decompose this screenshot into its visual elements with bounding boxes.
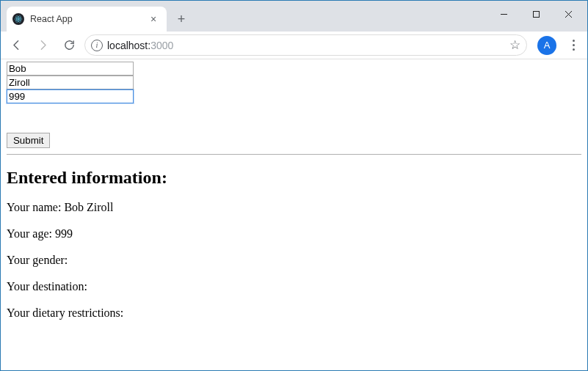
- forward-button[interactable]: [32, 34, 54, 56]
- window-controls: [487, 1, 587, 32]
- react-favicon-icon: [12, 13, 24, 25]
- address-bar[interactable]: i localhost:3000 ☆: [84, 34, 527, 56]
- window-maximize-button[interactable]: [520, 4, 552, 24]
- age-input[interactable]: [7, 89, 134, 103]
- gender-label: Your gender:: [7, 254, 68, 266]
- svg-rect-5: [533, 11, 539, 17]
- url-port: 3000: [150, 40, 173, 51]
- name-value: Bob Ziroll: [64, 201, 113, 213]
- output-gender: Your gender:: [7, 254, 581, 267]
- submit-button[interactable]: Submit: [7, 133, 50, 148]
- window-close-button[interactable]: [552, 4, 584, 24]
- browser-menu-button[interactable]: [564, 40, 583, 51]
- tab-strip: React App × +: [7, 1, 192, 32]
- first-name-input[interactable]: [7, 62, 134, 76]
- diet-label: Your dietary restrictions:: [7, 306, 123, 319]
- reload-button[interactable]: [58, 34, 80, 56]
- url-text: localhost:3000: [107, 40, 505, 51]
- new-tab-button[interactable]: +: [171, 9, 192, 29]
- age-label: Your age:: [7, 227, 55, 240]
- page-content: Submit Entered information: Your name: B…: [1, 59, 587, 339]
- output-destination: Your destination:: [7, 280, 581, 293]
- url-host: localhost:: [107, 40, 150, 51]
- svg-point-0: [18, 18, 19, 20]
- close-tab-icon[interactable]: ×: [148, 14, 159, 24]
- output-name: Your name: Bob Ziroll: [7, 201, 581, 214]
- site-info-icon[interactable]: i: [91, 40, 103, 51]
- window-minimize-button[interactable]: [487, 4, 520, 24]
- avatar-initial: A: [544, 40, 551, 51]
- divider: [7, 154, 581, 155]
- window-titlebar: React App × +: [1, 1, 587, 32]
- back-button[interactable]: [5, 34, 27, 56]
- last-name-input[interactable]: [7, 76, 134, 89]
- bookmark-star-icon[interactable]: ☆: [509, 37, 520, 53]
- name-label: Your name:: [7, 201, 64, 213]
- age-value: 999: [55, 227, 73, 240]
- output-diet: Your dietary restrictions:: [7, 306, 581, 320]
- output-heading: Entered information:: [7, 168, 581, 188]
- browser-tab[interactable]: React App ×: [7, 7, 167, 32]
- profile-avatar[interactable]: A: [537, 36, 556, 55]
- destination-label: Your destination:: [7, 280, 87, 293]
- output-age: Your age: 999: [7, 227, 581, 240]
- tab-title: React App: [30, 14, 142, 24]
- browser-toolbar: i localhost:3000 ☆ A: [1, 32, 587, 59]
